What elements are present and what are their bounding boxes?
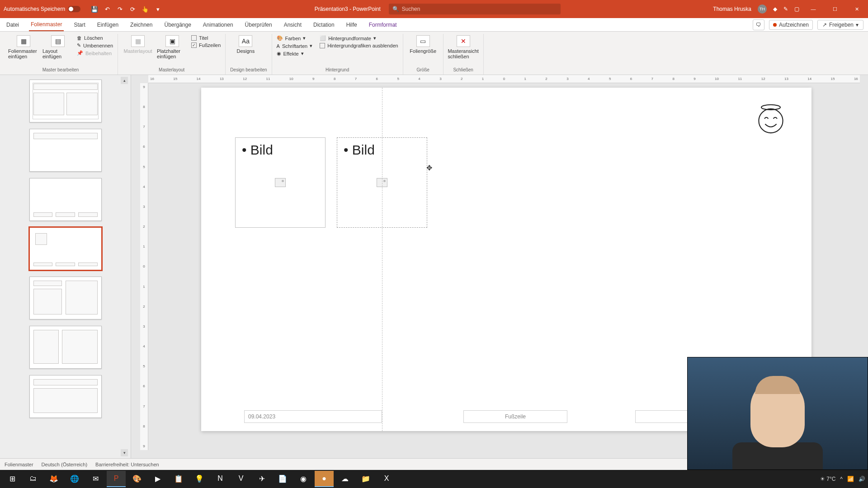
layout-einfuegen-button[interactable]: ▤ Layout einfügen [42, 34, 73, 59]
layout-thumb-3[interactable] [29, 178, 102, 221]
powerpoint-icon[interactable]: P [107, 471, 126, 487]
checkbox-icon [191, 35, 197, 41]
weather-widget[interactable]: ☀ 7°C [820, 476, 835, 482]
tab-hilfe[interactable]: Hilfe [344, 19, 359, 31]
layout-thumb-6[interactable] [29, 326, 102, 369]
app-icon-5[interactable]: ● [315, 471, 334, 487]
layout-thumb-1[interactable] [29, 80, 102, 122]
tab-ansicht[interactable]: Ansicht [282, 19, 303, 31]
onenote-icon[interactable]: N [211, 471, 230, 487]
bg-format-icon: ⬜ [320, 35, 326, 41]
tab-folienmaster[interactable]: Folienmaster [29, 19, 64, 31]
close-button[interactable]: ✕ [849, 0, 864, 18]
maximize-button[interactable]: ☐ [827, 0, 843, 18]
user-avatar[interactable]: TH [758, 5, 767, 14]
save-icon[interactable]: 💾 [90, 5, 99, 13]
rename-button[interactable]: ✎Umbenennen [77, 42, 113, 48]
search-icon: 🔍 [392, 6, 399, 12]
tab-ueberpruefen[interactable]: Überprüfen [243, 19, 274, 31]
scroll-up-button[interactable]: ▴ [121, 77, 128, 84]
title-bar: Automatisches Speichern 💾 ↶ ↷ ⟳ 👆 ▾ Präs… [0, 0, 868, 18]
designs-icon: Aa [239, 35, 252, 47]
slide-master-icon: ▦ [17, 35, 30, 47]
search-input[interactable]: 🔍 Suchen [389, 4, 561, 14]
window-icon[interactable]: ▢ [794, 6, 799, 12]
platzhalter-einfuegen-button[interactable]: ▣ Platzhalter einfügen [157, 34, 188, 59]
status-view[interactable]: Folienmaster [5, 462, 33, 467]
tab-zeichnen[interactable]: Zeichnen [128, 19, 154, 31]
volume-icon[interactable]: 🔊 [859, 476, 865, 482]
minimize-button[interactable]: — [806, 0, 821, 18]
tab-uebergaenge[interactable]: Übergänge [162, 19, 193, 31]
start-button[interactable]: ⊞ [3, 471, 22, 487]
thumbnail-panel[interactable]: ▴ [0, 75, 131, 458]
tab-dictation[interactable]: Dictation [311, 19, 336, 31]
delete-icon: 🗑 [77, 35, 82, 41]
layout-icon: ▤ [51, 35, 65, 47]
status-accessibility[interactable]: Barrierefreiheit: Untersuchen [95, 462, 159, 467]
app-icon-4[interactable]: 📄 [273, 471, 292, 487]
date-placeholder[interactable]: 09.04.2023 [244, 410, 382, 423]
close-master-icon: ✕ [457, 35, 470, 47]
vlc-icon[interactable]: ▶ [148, 471, 167, 487]
app-icon-2[interactable]: 📋 [169, 471, 188, 487]
tab-animationen[interactable]: Animationen [201, 19, 235, 31]
scroll-down-button[interactable]: ▾ [121, 449, 128, 456]
obs-icon[interactable]: ◉ [294, 471, 313, 487]
schriftarten-dropdown[interactable]: ASchriftarten▾ [277, 43, 313, 49]
qat-more-icon[interactable]: ▾ [154, 5, 162, 13]
status-language[interactable]: Deutsch (Österreich) [42, 462, 87, 467]
record-button[interactable]: Aufzeichnen [769, 20, 813, 30]
smiley-graphic[interactable] [755, 103, 787, 135]
share-button[interactable]: ↗ Freigeben ▾ [817, 20, 863, 30]
layout-thumb-2[interactable] [29, 129, 102, 172]
designs-button[interactable]: Aa Designs [230, 34, 261, 54]
horizontal-ruler: 1615141312111098765432101234567891011121… [148, 75, 860, 83]
layout-thumb-5[interactable] [29, 277, 102, 319]
group-groesse: Größe [408, 66, 439, 73]
chevron-down-icon: ▾ [373, 35, 376, 41]
app-icon-3[interactable]: 💡 [190, 471, 209, 487]
tab-formformat[interactable]: Formformat [367, 19, 399, 31]
comment-button[interactable]: 🗨 [753, 19, 764, 30]
tab-einfuegen[interactable]: Einfügen [95, 19, 120, 31]
vertical-ruler: 9876543210123456789 [140, 83, 148, 450]
app-icon-6[interactable]: ☁ [335, 471, 354, 487]
undo-icon[interactable]: ↶ [103, 5, 111, 13]
hide-bg-checkbox[interactable]: Hintergrundgrafiken ausblenden [320, 43, 398, 48]
effekte-dropdown[interactable]: ◉Effekte▾ [277, 51, 313, 56]
tray-expand-icon[interactable]: ^ [840, 476, 843, 482]
toggle-switch[interactable] [68, 6, 80, 12]
layout-thumb-4-selected[interactable] [29, 227, 102, 270]
footer-placeholder[interactable]: Fußzeile [463, 410, 567, 423]
picture-placeholder-1[interactable]: Bild [235, 137, 326, 228]
diamond-icon[interactable]: ◆ [773, 6, 777, 12]
masteransicht-schliessen-button[interactable]: ✕ Masteransicht schließen [448, 34, 479, 59]
delete-button[interactable]: 🗑Löschen [77, 35, 113, 41]
firefox-icon[interactable]: 🦊 [44, 471, 63, 487]
visio-icon[interactable]: V [231, 471, 250, 487]
user-name[interactable]: Thomas Hruska [713, 6, 751, 12]
hintergrundformate-dropdown[interactable]: ⬜Hintergrundformate▾ [320, 35, 398, 41]
touch-icon[interactable]: 👆 [141, 5, 149, 13]
foliengroesse-button[interactable]: ▭ Foliengröße [408, 34, 439, 54]
titel-checkbox[interactable]: Titel [191, 35, 221, 41]
outlook-icon[interactable]: ✉ [86, 471, 105, 487]
app-icon-1[interactable]: 🎨 [127, 471, 146, 487]
network-icon[interactable]: 📶 [847, 476, 854, 482]
redo-icon[interactable]: ↷ [116, 5, 124, 13]
app-icon-7[interactable]: 📁 [356, 471, 375, 487]
farben-dropdown[interactable]: 🎨Farben▾ [277, 35, 313, 41]
fusszeilen-checkbox[interactable]: Fußzeilen [191, 42, 221, 48]
pen-icon[interactable]: ✎ [783, 6, 788, 12]
folienmaster-einfuegen-button[interactable]: ▦ Folienmaster einfügen [8, 34, 39, 59]
tab-start[interactable]: Start [72, 19, 87, 31]
repeat-icon[interactable]: ⟳ [128, 5, 137, 13]
tab-datei[interactable]: Datei [5, 19, 21, 31]
autosave-toggle[interactable]: Automatisches Speichern [4, 6, 80, 12]
layout-thumb-7[interactable] [29, 375, 102, 418]
explorer-icon[interactable]: 🗂 [24, 471, 42, 487]
chrome-icon[interactable]: 🌐 [65, 471, 84, 487]
telegram-icon[interactable]: ✈ [252, 471, 271, 487]
excel-icon[interactable]: X [377, 471, 396, 487]
